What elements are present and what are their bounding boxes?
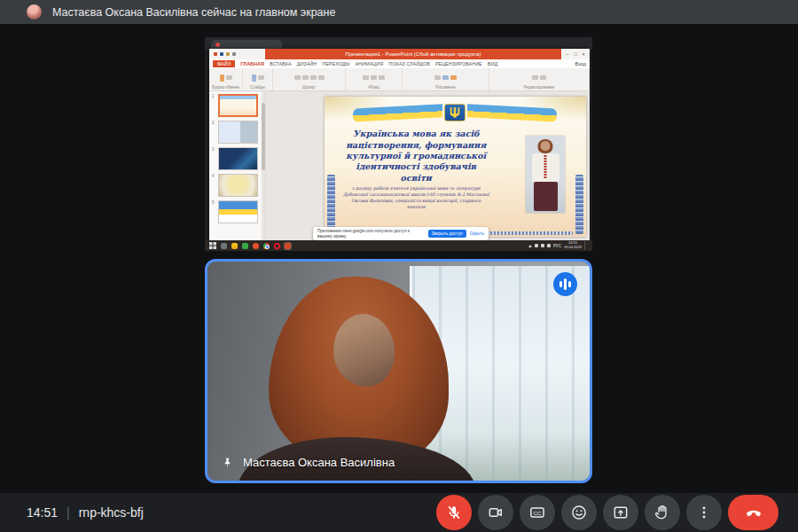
font-size-icon[interactable] (302, 75, 309, 80)
powerpoint-taskbar-icon[interactable] (285, 243, 291, 249)
raise-hand-button[interactable] (645, 495, 680, 530)
share-notification-text: Приложение meet.google.com получило дост… (317, 229, 425, 239)
camera-icon (487, 504, 505, 521)
opera-icon[interactable] (274, 243, 280, 249)
find-icon[interactable] (532, 75, 538, 80)
align-icon[interactable] (371, 75, 377, 80)
thumbnails-scrollbar[interactable] (262, 91, 265, 240)
photos-app-icon[interactable] (242, 243, 248, 249)
slide-thumbnail-3[interactable]: 3 (212, 147, 261, 170)
captions-icon: CC (528, 504, 546, 521)
italic-icon[interactable] (318, 75, 325, 80)
volume-icon (547, 244, 551, 247)
slide-thumbnail-1[interactable]: 1 (212, 94, 261, 117)
shared-screen-tile[interactable]: Презентация1 - PowerPoint (Сбой активаци… (205, 37, 592, 251)
tab-review[interactable]: РЕЦЕНЗИРОВАНИЕ (435, 61, 482, 66)
bold-icon[interactable] (310, 75, 317, 80)
end-call-icon (744, 503, 763, 522)
current-slide: Українська мова як засіб націєтворення, … (325, 97, 586, 237)
tab-design[interactable]: ДИЗАЙН (297, 61, 317, 66)
meet-bottom-bar: 14:51 | rnp-khcs-bfj CC (0, 493, 798, 532)
emoji-reactions-button[interactable] (561, 495, 597, 530)
slide-editor: Українська мова як засіб націєтворення, … (266, 91, 590, 240)
thumbnail-image-1[interactable] (218, 94, 258, 117)
window-controls[interactable]: − □ × (561, 49, 590, 59)
bullets-icon[interactable] (363, 75, 369, 80)
taskbar-clock[interactable]: 14:51 19.04.2023 (564, 241, 582, 250)
thumbnail-image-2[interactable] (218, 121, 258, 144)
tab-transitions[interactable]: ПЕРЕХОДЫ (322, 61, 349, 66)
sign-in-link[interactable]: Вход (575, 61, 586, 66)
powerpoint-title: Презентация1 - PowerPoint (Сбой активаци… (265, 49, 561, 59)
mic-off-icon (445, 504, 463, 521)
task-view-icon[interactable] (221, 243, 227, 249)
undo-icon[interactable] (226, 52, 230, 56)
meta-divider: | (66, 505, 70, 520)
font-name-icon[interactable] (294, 75, 301, 80)
slide-thumbnail-2[interactable]: 2 (212, 121, 261, 144)
save-icon[interactable] (220, 52, 223, 56)
system-tray[interactable]: РУС 14:51 19.04.2023 (528, 241, 588, 250)
arrange-icon[interactable] (442, 75, 449, 80)
tray-caret-icon[interactable] (528, 245, 532, 247)
layout-icon[interactable] (258, 75, 264, 80)
tab-insert[interactable]: ВСТАВКА (270, 61, 292, 66)
participant-name-label: Мастаєва Оксана Василівна (222, 456, 395, 469)
language-indicator[interactable]: РУС (553, 244, 561, 248)
stop-sharing-button[interactable]: Закрыть доступ (428, 230, 466, 238)
present-icon (612, 504, 630, 521)
new-slide-icon[interactable] (252, 74, 256, 82)
slide-thumbnail-5[interactable]: 5 (212, 200, 261, 223)
tab-home[interactable]: ГЛАВНАЯ (240, 61, 264, 66)
tab-animations[interactable]: АНИМАЦИЯ (355, 61, 383, 66)
ppt-logo-icon (214, 52, 217, 56)
columns-icon[interactable] (379, 75, 385, 80)
thumbnail-image-4[interactable] (218, 174, 258, 197)
video-tile-pinned[interactable]: Мастаєва Оксана Василівна (205, 259, 592, 483)
meeting-meta: 14:51 | rnp-khcs-bfj (27, 493, 144, 532)
redo-icon[interactable] (232, 52, 236, 56)
replace-icon[interactable] (540, 75, 546, 80)
captions-button[interactable]: CC (520, 495, 555, 530)
meeting-code: rnp-khcs-bfj (79, 505, 144, 520)
show-desktop-button[interactable] (584, 241, 588, 250)
camera-button[interactable] (478, 495, 513, 530)
folk-ornament-left (327, 175, 335, 233)
slide-thumbnail-4[interactable]: 4 (212, 174, 261, 197)
minimize-button[interactable]: − (566, 51, 569, 57)
mic-off-button[interactable] (436, 495, 472, 530)
file-explorer-icon[interactable] (231, 243, 238, 249)
close-button[interactable]: × (582, 51, 585, 57)
tab-file[interactable]: ФАЙЛ (213, 60, 235, 67)
windows-taskbar[interactable]: РУС 14:51 19.04.2023 (205, 240, 592, 251)
thumbnail-image-5[interactable] (218, 200, 258, 223)
tryzub-emblem-icon (444, 104, 466, 122)
flag-right-wing (467, 104, 557, 121)
ribbon-group-clipboard: Буфер обмена (209, 68, 243, 90)
quick-styles-icon[interactable] (450, 75, 457, 80)
slide-thumbnails-panel[interactable]: 1 2 3 4 5 (209, 91, 266, 240)
cut-icon[interactable] (226, 75, 232, 80)
more-options-button[interactable] (686, 495, 722, 530)
flag-left-wing (353, 104, 442, 121)
slide-subtitle: з досвіду роботи вчителя української мов… (343, 185, 489, 211)
maximize-button[interactable]: □ (574, 51, 577, 57)
shapes-icon[interactable] (434, 75, 441, 80)
quick-access-toolbar[interactable] (209, 49, 265, 59)
svg-text:CC: CC (533, 510, 542, 516)
paste-icon[interactable] (220, 74, 224, 82)
tab-view[interactable]: ВИД (488, 61, 497, 66)
ribbon-group-paragraph: Абзац (346, 68, 403, 90)
hide-notification-link[interactable]: Скрыть (470, 231, 484, 236)
tab-slideshow[interactable]: ПОКАЗ СЛАЙДОВ (388, 61, 430, 66)
call-controls: CC (436, 495, 778, 530)
ribbon-group-slides: Слайды (243, 68, 273, 90)
recording-dot-icon (215, 43, 220, 47)
ribbon-group-drawing: Рисование (403, 68, 489, 90)
present-screen-button[interactable] (603, 495, 638, 530)
thumbnail-image-3[interactable] (218, 147, 258, 170)
end-call-button[interactable] (728, 495, 778, 530)
start-button-icon[interactable] (209, 242, 216, 249)
chrome-icon[interactable] (263, 243, 270, 249)
browser-app-icon[interactable] (253, 243, 259, 249)
